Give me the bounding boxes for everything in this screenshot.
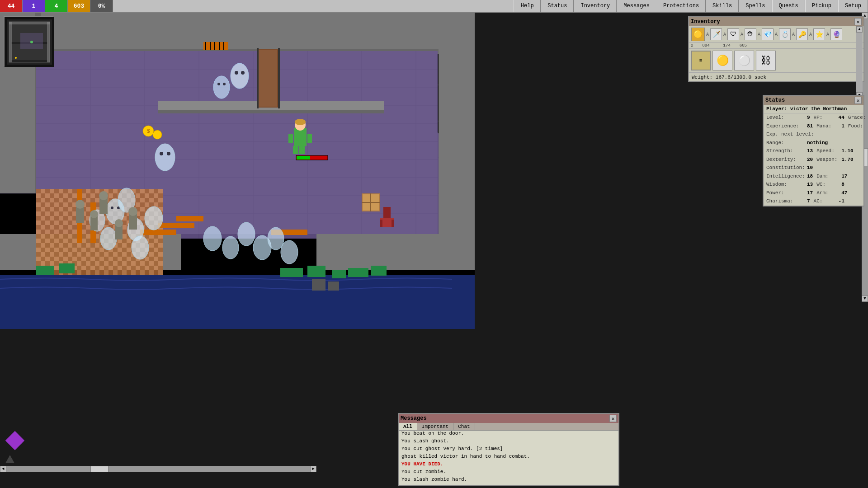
tab-chat[interactable]: Chat <box>453 423 475 430</box>
inv-slot-helmet[interactable]: ⛑ <box>745 28 756 40</box>
inv-scroll-up[interactable]: ▲ <box>856 26 863 33</box>
inv-food-label: 605 <box>740 43 747 48</box>
scrollbar-down[interactable]: ▼ <box>862 296 868 302</box>
game-scene: $ <box>0 13 475 329</box>
arm-label: Arm: <box>816 189 841 197</box>
svg-rect-119 <box>332 270 346 278</box>
inventory-close-button[interactable]: ✕ <box>854 18 862 25</box>
inv-slot-star[interactable]: ⭐ <box>813 28 825 40</box>
mana-stat: 1 <box>23 0 45 12</box>
wis-value: 13 <box>807 181 813 188</box>
svg-rect-44 <box>278 48 280 108</box>
svg-rect-116 <box>0 275 475 329</box>
inv-slot-key[interactable]: 🔑 <box>796 28 808 40</box>
inv-big-slot-list[interactable]: ≡ <box>691 51 711 70</box>
inv-count-label: 2 <box>691 43 693 48</box>
inv-slot-sword[interactable]: 🗡️ <box>710 28 722 40</box>
inv-label-8: A <box>826 32 829 37</box>
dex-value: 20 <box>807 156 813 164</box>
speed-label: Speed: <box>816 147 841 155</box>
status-power-row: Power: 17 Arm: 47 <box>764 189 863 197</box>
nav-quests[interactable]: Quests <box>772 0 805 12</box>
tab-all[interactable]: All <box>399 423 417 430</box>
inv-slot-gem[interactable]: 💎 <box>762 28 774 40</box>
nav-pickup[interactable]: Pickup <box>805 0 838 12</box>
inv-slot-orb[interactable]: 🔮 <box>830 28 842 40</box>
inv-big-slot-orb[interactable]: ⚪ <box>734 51 754 70</box>
svg-rect-100 <box>76 207 84 223</box>
nav-inventory[interactable]: Inventory <box>574 0 617 12</box>
nav-spells[interactable]: Spells <box>739 0 772 12</box>
inv-big-slot-gold[interactable]: 🟡 <box>712 51 732 70</box>
svg-point-82 <box>111 206 113 209</box>
game-hscrollbar[interactable]: ◄ ► <box>0 466 316 472</box>
nav-skills[interactable]: Skills <box>706 0 739 12</box>
dam-label: Dam: <box>816 173 841 180</box>
svg-rect-120 <box>348 268 368 277</box>
svg-rect-60 <box>176 216 203 221</box>
nav-setup[interactable]: Setup <box>838 0 868 12</box>
strength-value: 13 <box>807 147 813 155</box>
svg-rect-58 <box>140 230 176 235</box>
pct-stat: 0% <box>90 0 113 12</box>
hp-stat: 44 <box>0 0 23 12</box>
messages-content[interactable]: You pummel the door.You kick at the door… <box>399 431 618 485</box>
range-value: nothing <box>807 139 828 147</box>
nav-protections[interactable]: Protections <box>656 0 706 12</box>
status-con-row: Constitution: 10 <box>764 164 863 172</box>
inv-slot-selected[interactable]: 🟡 <box>691 28 705 41</box>
grace-label: Grace: <box>848 114 868 122</box>
weight-text: Weight: 167.6/1300.0 <box>692 75 751 80</box>
inventory-equipped-row: 🟡 A 🗡️ A 🛡 A ⛑ A 💎 A 💍 A 🔑 A ⭐ A 🔮 <box>689 26 863 43</box>
svg-point-67 <box>295 119 306 125</box>
svg-rect-42 <box>259 50 277 107</box>
svg-point-76 <box>217 83 220 85</box>
svg-rect-132 <box>20 33 43 49</box>
messages-title: Messages <box>401 415 427 422</box>
wis-label: Wisdom: <box>766 181 807 188</box>
status-close-button[interactable]: ✕ <box>854 97 862 104</box>
speed-value: 1.10 <box>841 147 853 155</box>
game-area: $ <box>0 13 868 488</box>
weapon-label: Weapon: <box>816 156 841 164</box>
grace-value: 4 <box>55 3 58 9</box>
status-titlebar: Status ✕ <box>764 96 863 105</box>
tab-important[interactable]: Important <box>417 423 453 430</box>
status-nextlevel-row: Exp. next level: <box>764 130 863 139</box>
svg-point-74 <box>241 71 245 75</box>
nav-messages[interactable]: Messages <box>617 0 656 12</box>
svg-point-94 <box>268 227 284 250</box>
svg-rect-124 <box>312 279 326 291</box>
svg-rect-117 <box>280 268 303 277</box>
hscroll-right[interactable]: ► <box>310 466 316 472</box>
inv-big-slot-chain[interactable]: ⛓ <box>756 51 776 70</box>
diamond-indicator <box>5 431 24 450</box>
inv-slot-ring[interactable]: 💍 <box>779 28 791 40</box>
messages-close-button[interactable]: ✕ <box>609 415 617 422</box>
inventory-scrollbar[interactable]: ▲ ▼ <box>856 26 863 99</box>
hscroll-thumb[interactable] <box>90 466 108 472</box>
svg-rect-114 <box>380 220 382 227</box>
level-label: Level: <box>766 114 807 122</box>
svg-rect-115 <box>392 220 394 227</box>
inv-slot-shield[interactable]: 🛡 <box>727 28 739 40</box>
message-line: YOU HAVE DIED. <box>401 460 617 468</box>
svg-rect-104 <box>129 214 137 230</box>
ac-value: -1 <box>839 197 844 205</box>
sack-text: sack <box>755 75 766 80</box>
ac-label: AC: <box>814 197 839 205</box>
food-value: 603 <box>74 3 84 9</box>
svg-point-103 <box>115 219 123 227</box>
nav-help[interactable]: Help <box>514 0 541 12</box>
hp-label: HP: <box>814 114 839 122</box>
nav-status[interactable]: Status <box>541 0 574 12</box>
hscroll-left[interactable]: ◄ <box>0 466 6 472</box>
strength-label: Strength: <box>766 147 807 155</box>
svg-point-89 <box>132 236 149 259</box>
inventory-storage-row: ≡ 🟡 ⚪ ⛓ <box>689 49 863 73</box>
svg-rect-70 <box>293 146 298 154</box>
status-int-row: Intelligence: 18 Dam: 17 <box>764 172 863 181</box>
minimap-display <box>5 17 54 67</box>
inv-label-3: A <box>741 32 743 37</box>
status-panel: Status ✕ Player: victor the Northman Lev… <box>763 95 864 206</box>
